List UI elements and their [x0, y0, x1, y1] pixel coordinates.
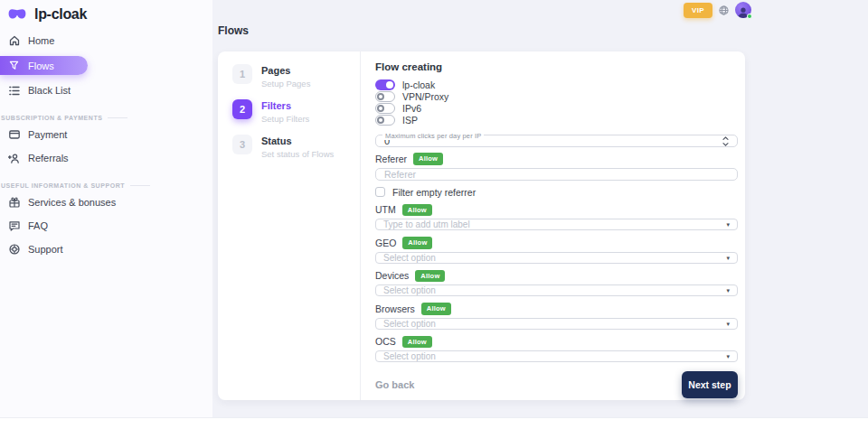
chevron-down-icon: ▾: [726, 255, 730, 261]
flows-icon: [8, 60, 20, 71]
step-filters[interactable]: 2 Filters Setup Filters: [232, 99, 360, 124]
ipv6-toggle[interactable]: IPv6: [375, 103, 738, 114]
referer-label-row: Referer Allow: [375, 153, 738, 165]
form-footer: Go back Next step: [375, 371, 738, 398]
sidebar-item-support[interactable]: Support: [0, 239, 212, 259]
sidebar-item-label: Support: [28, 244, 63, 255]
blacklist-icon: [8, 85, 20, 97]
go-back-link[interactable]: Go back: [375, 379, 414, 390]
sidebar-item-services-bonuses[interactable]: Services & bonuses: [0, 192, 212, 212]
section-header-label: USEFUL INFORMATION & SUPPORT: [1, 182, 125, 189]
isp-toggle[interactable]: ISP: [375, 115, 738, 126]
toggle-switch-off[interactable]: [375, 91, 395, 102]
max-clicks-label: Maximum clicks per day per IP: [382, 132, 484, 140]
devices-select[interactable]: Select option ▾: [375, 284, 738, 296]
next-step-button[interactable]: Next step: [682, 371, 738, 398]
step-pages[interactable]: 1 Pages Setup Pages: [232, 64, 360, 89]
geo-allow-badge[interactable]: Allow: [402, 237, 432, 249]
sidebar-item-payment[interactable]: Payment: [0, 125, 212, 145]
toggle-label: VPN/Proxy: [402, 91, 448, 102]
utm-label: UTM: [375, 204, 396, 215]
language-globe-icon[interactable]: [719, 5, 729, 15]
add-user-icon: [8, 153, 20, 164]
sidebar-item-flows[interactable]: Flows: [0, 56, 88, 75]
step-number: 2: [232, 99, 252, 119]
referer-input[interactable]: [375, 168, 738, 181]
page-title: Flows: [218, 24, 249, 37]
chevron-down-icon: ▾: [726, 287, 730, 294]
browsers-allow-badge[interactable]: Allow: [421, 303, 451, 315]
app-root: lp-cloak Home Flows Black List: [0, 0, 868, 429]
referer-label: Referer: [375, 154, 407, 164]
wizard-stepper: 1 Pages Setup Pages 2 Filters Setup Filt…: [218, 51, 361, 400]
ocs-label: OCS: [375, 336, 396, 347]
flow-creating-form: Flow creating lp-cloak VPN/Proxy IPv6 IS…: [361, 51, 745, 400]
sidebar-nav: Home Flows Black List SUBSCRIPTION & PAY…: [0, 31, 212, 259]
sidebar-item-home[interactable]: Home: [0, 31, 212, 51]
toggle-switch-off[interactable]: [375, 103, 395, 114]
chevron-down-icon: ▾: [726, 221, 730, 228]
step-subtitle: Setup Pages: [261, 79, 310, 89]
chevron-down-icon: ▾: [726, 353, 730, 359]
chat-icon: [8, 220, 20, 232]
form-heading: Flow creating: [375, 61, 738, 72]
utm-select[interactable]: Type to add utm label ▾: [375, 219, 738, 230]
ocs-label-row: OCS Allow: [375, 336, 738, 349]
checkbox-label: Filter empty referrer: [392, 187, 476, 198]
step-title: Filters: [261, 100, 309, 111]
toggle-switch-on[interactable]: [375, 79, 395, 90]
lp-cloak-toggle[interactable]: lp-cloak: [375, 79, 738, 90]
browsers-select[interactable]: Select option ▾: [375, 318, 738, 330]
toggle-label: lp-cloak: [402, 79, 435, 90]
select-placeholder: Select option: [383, 319, 436, 329]
step-status[interactable]: 3 Status Set status of Flows: [232, 135, 360, 159]
number-stepper-icon[interactable]: [722, 136, 729, 146]
referer-allow-badge[interactable]: Allow: [413, 153, 443, 165]
select-placeholder: Select option: [383, 351, 436, 361]
brand-logo[interactable]: lp-cloak: [0, 0, 212, 23]
utm-allow-badge[interactable]: Allow: [402, 204, 432, 217]
credit-card-icon: [8, 129, 20, 141]
geo-label-row: GEO Allow: [375, 237, 738, 249]
mask-logo-icon: [8, 7, 28, 21]
sidebar-item-label: Home: [28, 35, 54, 46]
gift-icon: [8, 197, 20, 209]
topbar-actions: VIP: [684, 2, 751, 18]
home-icon: [8, 35, 20, 47]
chevron-down-icon: ▾: [726, 321, 730, 327]
step-number: 3: [232, 135, 252, 154]
sidebar-section-header: USEFUL INFORMATION & SUPPORT: [0, 182, 212, 189]
flow-wizard-card: 1 Pages Setup Pages 2 Filters Setup Filt…: [218, 51, 745, 400]
step-title: Status: [261, 135, 334, 146]
ocs-allow-badge[interactable]: Allow: [402, 336, 432, 349]
user-avatar[interactable]: [735, 2, 751, 18]
toggle-switch-off[interactable]: [375, 115, 395, 126]
online-status-dot: [747, 14, 752, 19]
browsers-label-row: Browsers Allow: [375, 303, 738, 315]
sidebar-item-black-list[interactable]: Black List: [0, 80, 212, 100]
browsers-label: Browsers: [375, 303, 415, 314]
ocs-select[interactable]: Select option ▾: [375, 350, 738, 362]
section-header-label: SUBSCRIPTION & PAYMENTS: [1, 115, 102, 121]
geo-label: GEO: [375, 238, 396, 248]
devices-label: Devices: [375, 270, 409, 281]
devices-allow-badge[interactable]: Allow: [415, 270, 445, 283]
devices-label-row: Devices Allow: [375, 270, 738, 283]
page-footer: [0, 417, 868, 429]
sidebar-item-label: FAQ: [28, 220, 48, 231]
filter-empty-referrer-row[interactable]: Filter empty referrer: [375, 187, 738, 198]
filter-empty-referrer-checkbox[interactable]: [375, 187, 385, 197]
select-placeholder: Type to add utm label: [383, 219, 470, 229]
toggle-label: IPv6: [402, 103, 421, 114]
sidebar-item-faq[interactable]: FAQ: [0, 216, 212, 236]
sidebar-item-label: Flows: [28, 61, 54, 71]
sidebar-section-header: SUBSCRIPTION & PAYMENTS: [0, 115, 212, 121]
step-subtitle: Set status of Flows: [261, 149, 334, 159]
vpn-proxy-toggle[interactable]: VPN/Proxy: [375, 91, 738, 102]
sidebar-item-referrals[interactable]: Referrals: [0, 148, 212, 168]
vip-button[interactable]: VIP: [684, 3, 712, 18]
select-placeholder: Select option: [383, 253, 436, 263]
geo-select[interactable]: Select option ▾: [375, 252, 738, 264]
sidebar-item-label: Services & bonuses: [28, 197, 116, 208]
toggle-label: ISP: [402, 115, 418, 126]
